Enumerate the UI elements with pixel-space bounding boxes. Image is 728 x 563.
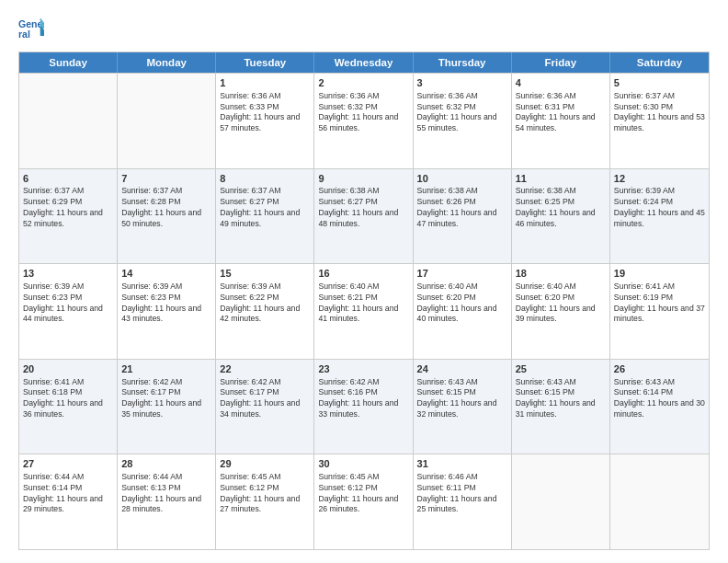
day-number: 31 (417, 457, 507, 471)
calendar-cell: 21Sunrise: 6:42 AM Sunset: 6:17 PM Dayli… (118, 360, 216, 454)
day-info: Sunrise: 6:42 AM Sunset: 6:17 PM Dayligh… (121, 377, 211, 420)
day-info: Sunrise: 6:39 AM Sunset: 6:23 PM Dayligh… (23, 282, 113, 325)
calendar-cell: 14Sunrise: 6:39 AM Sunset: 6:23 PM Dayli… (118, 264, 216, 359)
day-number: 17 (417, 267, 507, 281)
day-number: 27 (23, 457, 113, 471)
day-info: Sunrise: 6:36 AM Sunset: 6:33 PM Dayligh… (220, 91, 310, 134)
day-info: Sunrise: 6:36 AM Sunset: 6:31 PM Dayligh… (516, 91, 606, 134)
day-number: 12 (614, 172, 705, 186)
calendar-cell: 25Sunrise: 6:43 AM Sunset: 6:15 PM Dayli… (512, 360, 610, 454)
day-info: Sunrise: 6:42 AM Sunset: 6:16 PM Dayligh… (318, 377, 408, 420)
calendar-cell: 11Sunrise: 6:38 AM Sunset: 6:25 PM Dayli… (512, 169, 610, 264)
day-info: Sunrise: 6:36 AM Sunset: 6:32 PM Dayligh… (318, 91, 408, 134)
calendar-cell: 15Sunrise: 6:39 AM Sunset: 6:22 PM Dayli… (216, 264, 314, 359)
day-info: Sunrise: 6:43 AM Sunset: 6:14 PM Dayligh… (614, 377, 705, 420)
day-info: Sunrise: 6:37 AM Sunset: 6:29 PM Dayligh… (23, 186, 113, 229)
calendar-cell: 10Sunrise: 6:38 AM Sunset: 6:26 PM Dayli… (414, 169, 512, 264)
day-number: 20 (23, 362, 113, 376)
day-info: Sunrise: 6:44 AM Sunset: 6:13 PM Dayligh… (121, 472, 211, 515)
day-info: Sunrise: 6:40 AM Sunset: 6:20 PM Dayligh… (516, 282, 606, 325)
calendar-cell: 17Sunrise: 6:40 AM Sunset: 6:20 PM Dayli… (414, 264, 512, 359)
calendar-cell: 7Sunrise: 6:37 AM Sunset: 6:28 PM Daylig… (118, 169, 216, 264)
day-info: Sunrise: 6:39 AM Sunset: 6:22 PM Dayligh… (220, 282, 310, 325)
calendar-cell: 24Sunrise: 6:43 AM Sunset: 6:15 PM Dayli… (414, 360, 512, 454)
calendar-cell: 23Sunrise: 6:42 AM Sunset: 6:16 PM Dayli… (314, 360, 413, 454)
calendar-cell: 8Sunrise: 6:37 AM Sunset: 6:27 PM Daylig… (216, 169, 314, 264)
day-number: 14 (121, 267, 211, 281)
calendar-cell-empty (610, 454, 709, 549)
day-info: Sunrise: 6:41 AM Sunset: 6:19 PM Dayligh… (614, 282, 705, 325)
day-info: Sunrise: 6:37 AM Sunset: 6:28 PM Dayligh… (121, 186, 211, 229)
day-number: 24 (417, 362, 507, 376)
day-info: Sunrise: 6:46 AM Sunset: 6:11 PM Dayligh… (417, 472, 507, 515)
calendar-cell: 28Sunrise: 6:44 AM Sunset: 6:13 PM Dayli… (118, 454, 216, 549)
day-info: Sunrise: 6:39 AM Sunset: 6:24 PM Dayligh… (614, 186, 705, 229)
day-number: 21 (121, 362, 211, 376)
calendar-cell: 5Sunrise: 6:37 AM Sunset: 6:30 PM Daylig… (610, 74, 709, 168)
day-number: 3 (417, 76, 507, 90)
calendar-cell-empty (118, 74, 216, 168)
day-info: Sunrise: 6:40 AM Sunset: 6:20 PM Dayligh… (417, 282, 507, 325)
day-number: 22 (220, 362, 310, 376)
logo-icon: General (18, 17, 44, 42)
calendar-cell: 31Sunrise: 6:46 AM Sunset: 6:11 PM Dayli… (414, 454, 512, 549)
calendar-header-day: Friday (512, 52, 610, 73)
day-info: Sunrise: 6:37 AM Sunset: 6:30 PM Dayligh… (614, 91, 705, 134)
calendar-cell: 30Sunrise: 6:45 AM Sunset: 6:12 PM Dayli… (314, 454, 413, 549)
day-info: Sunrise: 6:43 AM Sunset: 6:15 PM Dayligh… (417, 377, 507, 420)
day-number: 18 (516, 267, 606, 281)
logo: General (18, 17, 48, 42)
day-number: 8 (220, 172, 310, 186)
calendar-week: 1Sunrise: 6:36 AM Sunset: 6:33 PM Daylig… (19, 73, 709, 168)
calendar-header-day: Thursday (414, 52, 512, 73)
calendar-cell: 19Sunrise: 6:41 AM Sunset: 6:19 PM Dayli… (610, 264, 709, 359)
day-number: 13 (23, 267, 113, 281)
calendar-cell: 26Sunrise: 6:43 AM Sunset: 6:14 PM Dayli… (610, 360, 709, 454)
day-number: 7 (121, 172, 211, 186)
day-number: 2 (318, 76, 408, 90)
calendar-cell: 18Sunrise: 6:40 AM Sunset: 6:20 PM Dayli… (512, 264, 610, 359)
calendar-cell-empty (19, 74, 118, 168)
header: General (18, 17, 710, 42)
day-number: 10 (417, 172, 507, 186)
calendar-cell: 13Sunrise: 6:39 AM Sunset: 6:23 PM Dayli… (19, 264, 118, 359)
svg-text:ral: ral (18, 29, 30, 40)
day-number: 26 (614, 362, 705, 376)
day-info: Sunrise: 6:37 AM Sunset: 6:27 PM Dayligh… (220, 186, 310, 229)
calendar-week: 20Sunrise: 6:41 AM Sunset: 6:18 PM Dayli… (19, 359, 709, 454)
day-info: Sunrise: 6:39 AM Sunset: 6:23 PM Dayligh… (121, 282, 211, 325)
calendar-header-day: Monday (118, 52, 216, 73)
calendar-header-day: Wednesday (314, 52, 413, 73)
day-number: 11 (516, 172, 606, 186)
calendar-week: 13Sunrise: 6:39 AM Sunset: 6:23 PM Dayli… (19, 263, 709, 359)
day-info: Sunrise: 6:38 AM Sunset: 6:27 PM Dayligh… (318, 186, 408, 229)
calendar-cell: 12Sunrise: 6:39 AM Sunset: 6:24 PM Dayli… (610, 169, 709, 264)
day-number: 30 (318, 457, 408, 471)
calendar: SundayMondayTuesdayWednesdayThursdayFrid… (18, 52, 710, 550)
calendar-week: 27Sunrise: 6:44 AM Sunset: 6:14 PM Dayli… (19, 454, 709, 549)
day-info: Sunrise: 6:40 AM Sunset: 6:21 PM Dayligh… (318, 282, 408, 325)
day-number: 9 (318, 172, 408, 186)
day-info: Sunrise: 6:45 AM Sunset: 6:12 PM Dayligh… (220, 472, 310, 515)
day-number: 15 (220, 267, 310, 281)
calendar-header-day: Tuesday (216, 52, 314, 73)
calendar-cell: 16Sunrise: 6:40 AM Sunset: 6:21 PM Dayli… (314, 264, 413, 359)
calendar-header: SundayMondayTuesdayWednesdayThursdayFrid… (19, 52, 709, 73)
calendar-header-day: Saturday (610, 52, 709, 73)
calendar-cell: 20Sunrise: 6:41 AM Sunset: 6:18 PM Dayli… (19, 360, 118, 454)
calendar-cell: 2Sunrise: 6:36 AM Sunset: 6:32 PM Daylig… (314, 74, 413, 168)
day-info: Sunrise: 6:44 AM Sunset: 6:14 PM Dayligh… (23, 472, 113, 515)
calendar-cell: 4Sunrise: 6:36 AM Sunset: 6:31 PM Daylig… (512, 74, 610, 168)
calendar-cell: 6Sunrise: 6:37 AM Sunset: 6:29 PM Daylig… (19, 169, 118, 264)
day-number: 4 (516, 76, 606, 90)
calendar-cell: 27Sunrise: 6:44 AM Sunset: 6:14 PM Dayli… (19, 454, 118, 549)
page: General SundayMondayTuesdayWednesdayThur… (0, 0, 728, 563)
day-info: Sunrise: 6:42 AM Sunset: 6:17 PM Dayligh… (220, 377, 310, 420)
day-info: Sunrise: 6:45 AM Sunset: 6:12 PM Dayligh… (318, 472, 408, 515)
day-number: 1 (220, 76, 310, 90)
calendar-cell: 22Sunrise: 6:42 AM Sunset: 6:17 PM Dayli… (216, 360, 314, 454)
calendar-week: 6Sunrise: 6:37 AM Sunset: 6:29 PM Daylig… (19, 168, 709, 264)
day-info: Sunrise: 6:38 AM Sunset: 6:26 PM Dayligh… (417, 186, 507, 229)
calendar-cell: 3Sunrise: 6:36 AM Sunset: 6:32 PM Daylig… (414, 74, 512, 168)
day-number: 5 (614, 76, 705, 90)
